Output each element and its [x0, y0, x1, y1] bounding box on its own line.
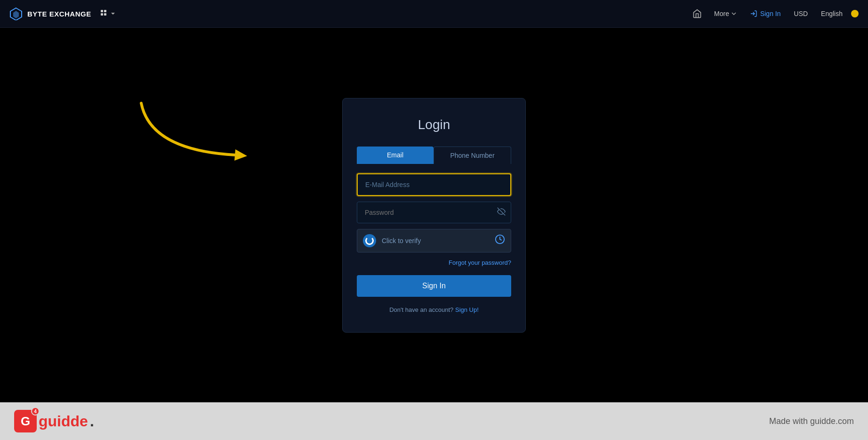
- toggle-password-icon[interactable]: [497, 207, 506, 218]
- signup-link-text[interactable]: Sign Up!: [455, 306, 479, 313]
- signin-nav-button[interactable]: Sign In: [745, 7, 786, 20]
- captcha-brand-icon: [495, 234, 505, 247]
- navbar: BYTE EXCHANGE More Sign In USD: [0, 0, 868, 28]
- home-button[interactable]: [689, 6, 706, 21]
- captcha-widget[interactable]: Click to verify: [357, 229, 511, 253]
- guidde-logo: G 4 guidde.: [14, 410, 94, 432]
- svg-rect-5: [101, 13, 103, 16]
- logo-area: BYTE EXCHANGE: [9, 7, 91, 20]
- captcha-spinner: [365, 236, 374, 245]
- logo-icon: [9, 7, 23, 20]
- svg-marker-7: [234, 149, 247, 161]
- language-button[interactable]: English: [816, 7, 847, 20]
- main-content: Login Email Phone Number: [0, 28, 868, 402]
- guidde-badge: 4: [31, 407, 40, 416]
- status-dot: [851, 10, 859, 17]
- more-button[interactable]: More: [709, 7, 741, 20]
- email-input[interactable]: [357, 173, 511, 196]
- brand-name: BYTE EXCHANGE: [27, 10, 91, 18]
- email-input-group: [357, 173, 511, 196]
- footer: G 4 guidde. Made with guidde.com: [0, 402, 868, 440]
- captcha-circle: [363, 234, 376, 247]
- captcha-label: Click to verify: [382, 237, 489, 244]
- made-with-text: Made with guidde.com: [769, 416, 854, 426]
- currency-button[interactable]: USD: [789, 7, 813, 20]
- guidde-period: .: [90, 413, 94, 430]
- login-title: Login: [357, 117, 511, 132]
- tab-phone[interactable]: Phone Number: [434, 147, 511, 164]
- no-account-text: Don't have an account?: [389, 306, 453, 313]
- forgot-password-link[interactable]: Forgot your password?: [449, 259, 511, 266]
- arrow-annotation: [113, 94, 273, 179]
- nav-right: More Sign In USD English: [689, 6, 859, 21]
- apps-grid-button[interactable]: [100, 9, 116, 18]
- login-tabs: Email Phone Number: [357, 147, 511, 164]
- password-input-group: [357, 202, 511, 223]
- guidde-wordmark: guidde: [39, 413, 88, 430]
- signup-row: Don't have an account? Sign Up!: [357, 306, 511, 313]
- guidde-g-icon: G 4: [14, 410, 37, 432]
- forgot-password-row: Forgot your password?: [357, 258, 511, 267]
- login-card: Login Email Phone Number: [342, 98, 526, 333]
- svg-rect-4: [104, 10, 106, 12]
- password-input[interactable]: [357, 202, 511, 223]
- svg-rect-3: [101, 10, 103, 12]
- svg-marker-1: [13, 11, 19, 18]
- svg-rect-6: [104, 13, 106, 16]
- tab-email[interactable]: Email: [357, 147, 434, 164]
- signin-button[interactable]: Sign In: [357, 275, 511, 297]
